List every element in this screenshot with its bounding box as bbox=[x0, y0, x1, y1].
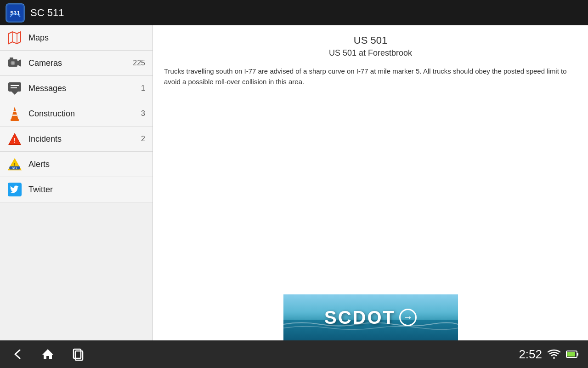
back-button[interactable] bbox=[9, 346, 26, 362]
maps-icon bbox=[7, 30, 22, 45]
sidebar-item-construction-label: Construction bbox=[28, 109, 141, 119]
svg-rect-9 bbox=[8, 82, 21, 92]
sidebar-item-incidents-count: 2 bbox=[141, 135, 145, 143]
wifi-icon bbox=[548, 349, 560, 359]
nav-right-status: 2:52 bbox=[519, 347, 579, 362]
svg-text:511: 511 bbox=[12, 167, 17, 170]
sidebar-item-incidents[interactable]: ! Incidents 2 bbox=[0, 126, 153, 152]
home-button[interactable] bbox=[40, 346, 56, 362]
svg-marker-3 bbox=[9, 32, 21, 44]
app-header: 511 SC 511 bbox=[0, 0, 588, 25]
sidebar-item-maps-label: Maps bbox=[28, 33, 145, 43]
sidebar-item-construction-count: 3 bbox=[141, 109, 145, 118]
content-body: Trucks travelling south on I-77 are advi… bbox=[164, 66, 577, 87]
sidebar-item-twitter[interactable]: Twitter bbox=[0, 177, 153, 202]
svg-rect-16 bbox=[12, 115, 17, 116]
banner-arrow-icon: → bbox=[399, 309, 417, 326]
sidebar-item-alerts-label: Alerts bbox=[28, 160, 145, 169]
svg-marker-7 bbox=[17, 59, 21, 67]
svg-rect-8 bbox=[10, 58, 13, 59]
svg-text:!: ! bbox=[14, 162, 16, 167]
svg-marker-10 bbox=[11, 92, 18, 95]
svg-text:!: ! bbox=[14, 137, 16, 144]
recents-button[interactable] bbox=[70, 346, 86, 362]
svg-rect-32 bbox=[577, 353, 578, 356]
status-time: 2:52 bbox=[519, 347, 542, 362]
sidebar-item-messages-label: Messages bbox=[28, 84, 141, 93]
sidebar-item-incidents-label: Incidents bbox=[28, 134, 141, 144]
sidebar: Maps Cameras 225 bbox=[0, 25, 153, 340]
scdot-banner: SCDOT → bbox=[283, 294, 458, 340]
banner-image: SCDOT → bbox=[283, 294, 458, 340]
sidebar-item-construction[interactable]: Construction 3 bbox=[0, 101, 153, 126]
svg-marker-13 bbox=[11, 107, 18, 120]
alerts-icon: 511 ! bbox=[7, 157, 22, 172]
construction-icon bbox=[7, 106, 22, 121]
content-subtitle: US 501 at Forestbrook bbox=[164, 48, 577, 58]
content-title: US 501 bbox=[164, 34, 577, 46]
svg-rect-14 bbox=[11, 119, 19, 121]
messages-icon bbox=[7, 81, 22, 96]
content-area: US 501 US 501 at Forestbrook Trucks trav… bbox=[153, 25, 588, 340]
svg-rect-31 bbox=[567, 352, 575, 356]
sidebar-item-cameras[interactable]: Cameras 225 bbox=[0, 51, 153, 76]
svg-marker-27 bbox=[42, 349, 53, 359]
main-layout: Maps Cameras 225 bbox=[0, 25, 588, 340]
app-title: SC 511 bbox=[30, 7, 64, 19]
cameras-icon bbox=[7, 56, 22, 70]
sidebar-item-alerts[interactable]: 511 ! Alerts bbox=[0, 152, 153, 177]
sidebar-item-cameras-label: Cameras bbox=[28, 58, 133, 68]
sidebar-item-messages[interactable]: Messages 1 bbox=[0, 76, 153, 101]
sidebar-item-twitter-label: Twitter bbox=[28, 185, 145, 195]
nav-left-buttons bbox=[9, 346, 86, 362]
svg-point-6 bbox=[11, 62, 14, 64]
twitter-icon bbox=[7, 182, 22, 197]
banner-text: SCDOT bbox=[324, 307, 396, 328]
svg-rect-15 bbox=[12, 111, 17, 112]
incidents-icon: ! bbox=[7, 132, 22, 146]
sidebar-item-maps[interactable]: Maps bbox=[0, 25, 153, 51]
twitter-bird-icon bbox=[8, 183, 22, 196]
content-inner: US 501 US 501 at Forestbrook Trucks trav… bbox=[153, 25, 588, 340]
battery-icon bbox=[566, 350, 579, 358]
sidebar-item-messages-count: 1 bbox=[141, 84, 145, 92]
sidebar-item-cameras-count: 225 bbox=[133, 59, 145, 67]
navigation-bar: 2:52 bbox=[0, 340, 588, 368]
app-logo: 511 bbox=[6, 3, 25, 23]
